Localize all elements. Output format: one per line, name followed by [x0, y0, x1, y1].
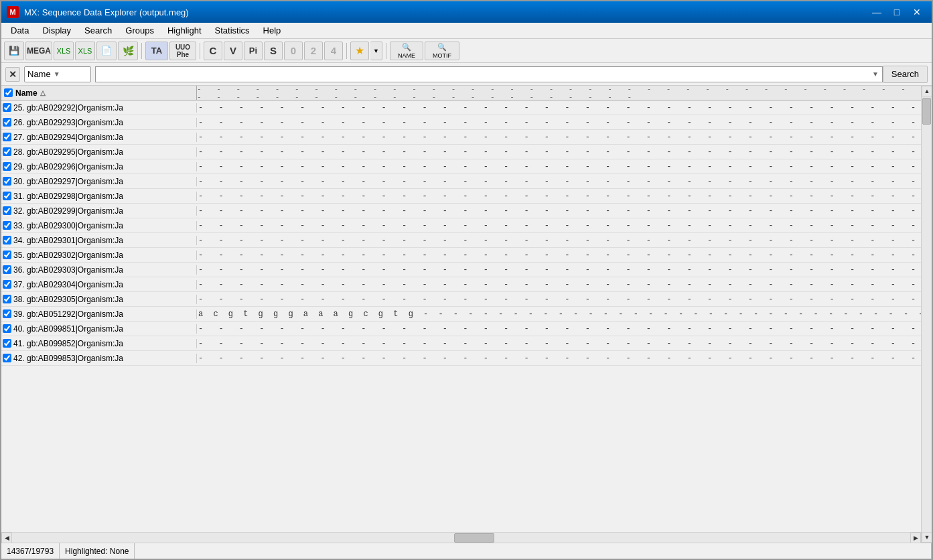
menu-item-highlight[interactable]: Highlight — [161, 23, 208, 38]
row-checkbox[interactable] — [3, 324, 11, 333]
row-checkbox[interactable] — [3, 236, 11, 244]
table-row[interactable]: 29. gb:AB029296|Organism:Ja - - - - - - … — [1, 159, 921, 174]
table-row[interactable]: 36. gb:AB029303|Organism:Ja - - - - - - … — [1, 263, 921, 277]
vscroll-track[interactable] — [922, 96, 932, 532]
search-motif-button[interactable]: 🔍 MOTIF — [425, 42, 459, 60]
menu-item-statistics[interactable]: Statistics — [208, 23, 257, 38]
close-button[interactable]: ✕ — [908, 5, 926, 19]
tree-button[interactable]: 🌿 — [118, 42, 138, 60]
row-sequence: - - - - - - - - - - - - - - - - - - - - … — [197, 265, 921, 275]
row-name-cell: 25. gb:AB029292|Organism:Ja — [1, 103, 197, 113]
export-xls1-button[interactable]: XLS — [54, 42, 74, 60]
row-checkbox[interactable] — [3, 177, 11, 186]
menu-item-help[interactable]: Help — [257, 23, 288, 38]
table-row[interactable]: 37. gb:AB029304|Organism:Ja - - - - - - … — [1, 277, 921, 292]
star-button[interactable]: ★ — [350, 42, 369, 60]
table-row[interactable]: 27. gb:AB029294|Organism:Ja - - - - - - … — [1, 130, 921, 145]
row-name-cell: 31. gb:AB029298|Organism:Ja — [1, 192, 197, 201]
uuo-label: UUOPhe — [175, 44, 190, 58]
row-checkbox[interactable] — [3, 280, 11, 289]
mega-button[interactable]: MEGA — [25, 42, 52, 60]
row-checkbox[interactable] — [3, 339, 11, 348]
scroll-left-button[interactable]: ◀ — [1, 533, 12, 543]
row-sequence: - - - - - - - - - - - - - - - - - - - - … — [197, 206, 921, 216]
table-row[interactable]: 25. gb:AB029292|Organism:Ja - - - - - - … — [1, 100, 921, 115]
c-button[interactable]: C — [204, 42, 222, 60]
copy-button[interactable]: 📄 — [96, 42, 117, 60]
search-input-dropdown-arrow[interactable]: ▼ — [872, 70, 879, 78]
row-checkbox[interactable] — [3, 103, 11, 112]
row-name-text: 32. gb:AB029299|Organism:Ja — [13, 206, 123, 216]
sep1 — [141, 43, 142, 59]
row-name-cell: 27. gb:AB029294|Organism:Ja — [1, 133, 197, 142]
row-checkbox[interactable] — [3, 206, 11, 215]
row-name-cell: 36. gb:AB029303|Organism:Ja — [1, 265, 197, 275]
s-button[interactable]: S — [264, 42, 283, 60]
pi-label: Pi — [249, 46, 257, 56]
n4-button[interactable]: 4 — [324, 42, 343, 60]
sep4 — [386, 43, 386, 59]
menu-item-search[interactable]: Search — [78, 23, 119, 38]
table-scroll-area[interactable]: 25. gb:AB029292|Organism:Ja - - - - - - … — [1, 100, 921, 532]
row-checkbox[interactable] — [3, 147, 11, 156]
table-row[interactable]: 34. gb:AB029301|Organism:Ja - - - - - - … — [1, 233, 921, 248]
row-checkbox[interactable] — [3, 295, 11, 303]
menu-item-display[interactable]: Display — [35, 23, 78, 38]
select-all-checkbox[interactable] — [4, 88, 13, 97]
row-name-cell: 30. gb:AB029297|Organism:Ja — [1, 177, 197, 186]
table-row[interactable]: 40. gb:AB099851|Organism:Ja - - - - - - … — [1, 322, 921, 336]
search-button[interactable]: Search — [883, 66, 928, 83]
search-field-dropdown[interactable]: Name ▼ — [24, 66, 91, 82]
table-row[interactable]: 30. gb:AB029297|Organism:Ja - - - - - - … — [1, 174, 921, 189]
row-checkbox[interactable] — [3, 251, 11, 259]
v-button[interactable]: V — [224, 42, 242, 60]
row-checkbox[interactable] — [3, 192, 11, 200]
scroll-up-button[interactable]: ▲ — [922, 86, 932, 96]
n2-button[interactable]: 2 — [304, 42, 323, 60]
search-close-button[interactable]: ✕ — [5, 67, 20, 82]
table-row[interactable]: 28. gb:AB029295|Organism:Ja - - - - - - … — [1, 145, 921, 159]
row-checkbox[interactable] — [3, 265, 11, 274]
table-row[interactable]: 33. gb:AB029300|Organism:Ja - - - - - - … — [1, 218, 921, 233]
scroll-right-button[interactable]: ▶ — [910, 533, 921, 543]
search-dropdown-chevron: ▼ — [54, 70, 60, 78]
search-name-button[interactable]: 🔍 NAME — [390, 42, 423, 60]
table-row[interactable]: 41. gb:AB099852|Organism:Ja - - - - - - … — [1, 336, 921, 351]
maximize-button[interactable]: □ — [887, 5, 906, 19]
hscroll-thumb[interactable] — [454, 533, 494, 543]
save-button[interactable]: 💾 — [4, 42, 24, 60]
n0-button[interactable]: 0 — [284, 42, 303, 60]
table-row[interactable]: 39. gb:AB051292|Organism:Ja a c g t g g … — [1, 307, 921, 322]
hscroll-track[interactable] — [12, 533, 910, 543]
uuo-button[interactable]: UUOPhe — [169, 42, 196, 60]
row-checkbox[interactable] — [3, 133, 11, 141]
table-row[interactable]: 42. gb:AB099853|Organism:Ja - - - - - - … — [1, 351, 921, 366]
vscroll-thumb[interactable] — [922, 98, 931, 125]
row-name-text: 40. gb:AB099851|Organism:Ja — [13, 324, 123, 334]
row-checkbox[interactable] — [3, 162, 11, 171]
table-row[interactable]: 31. gb:AB029298|Organism:Ja - - - - - - … — [1, 189, 921, 204]
table-row[interactable]: 26. gb:AB029293|Organism:Ja - - - - - - … — [1, 115, 921, 130]
row-checkbox[interactable] — [3, 221, 11, 230]
export-xls2-button[interactable]: XLS — [75, 42, 95, 60]
star-dropdown-button[interactable]: ▼ — [370, 42, 382, 60]
toolbar: 💾 MEGA XLS XLS 📄 🌿 TA UUOPhe C V — [1, 39, 932, 63]
ta-button[interactable]: TA — [145, 42, 168, 60]
menu-item-groups[interactable]: Groups — [119, 23, 161, 38]
table-row[interactable]: 38. gb:AB029305|Organism:Ja - - - - - - … — [1, 292, 921, 307]
search-input[interactable] — [95, 66, 883, 82]
row-sequence: - - - - - - - - - - - - - - - - - - - - … — [197, 103, 921, 113]
row-name-text: 26. gb:AB029293|Organism:Ja — [13, 118, 123, 127]
table-row[interactable]: 32. gb:AB029299|Organism:Ja - - - - - - … — [1, 204, 921, 218]
pi-button[interactable]: Pi — [244, 42, 263, 60]
minimize-button[interactable]: — — [867, 5, 886, 19]
scroll-down-button[interactable]: ▼ — [922, 532, 932, 543]
row-checkbox[interactable] — [3, 118, 11, 127]
row-checkbox[interactable] — [3, 309, 11, 318]
row-name-cell: 42. gb:AB099853|Organism:Ja — [1, 354, 197, 363]
row-checkbox[interactable] — [3, 354, 11, 362]
table-row[interactable]: 35. gb:AB029302|Organism:Ja - - - - - - … — [1, 248, 921, 263]
menu-item-data[interactable]: Data — [4, 23, 35, 38]
row-name-text: 41. gb:AB099852|Organism:Ja — [13, 339, 123, 348]
name-column-header[interactable]: Name △ — [1, 86, 197, 100]
